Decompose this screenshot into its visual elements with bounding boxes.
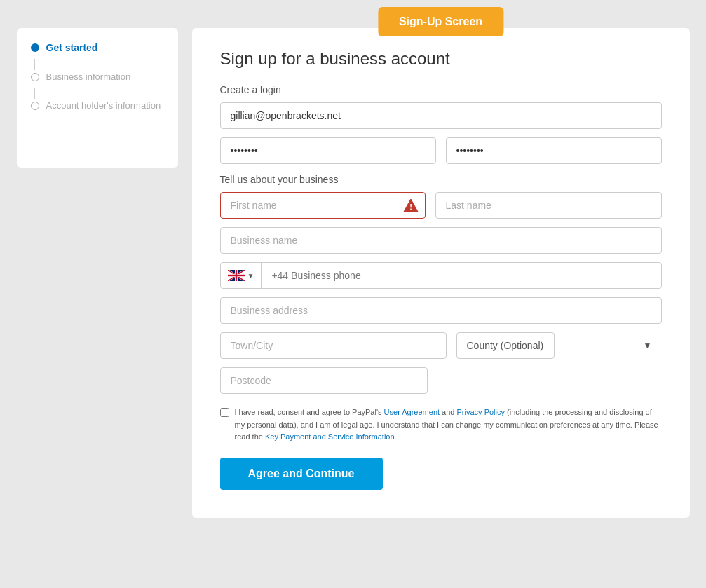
first-name-field[interactable] xyxy=(220,192,426,219)
privacy-policy-link[interactable]: Privacy Policy xyxy=(457,408,505,416)
phone-row: ▼ xyxy=(220,262,662,289)
sidebar-label-account-holders: Account holder's information xyxy=(46,100,161,111)
phone-flag-dropdown[interactable]: ▼ xyxy=(221,263,262,288)
business-phone-field[interactable] xyxy=(262,263,660,288)
sidebar-label-business-info: Business information xyxy=(46,71,131,82)
email-group xyxy=(220,102,662,129)
page-title: Sign up for a business account xyxy=(220,49,662,69)
agree-text: I have read, consent and agree to PayPal… xyxy=(235,406,662,444)
town-county-row: County (Optional) ▼ xyxy=(220,332,662,359)
password-confirm-field[interactable] xyxy=(446,137,662,164)
county-chevron-icon: ▼ xyxy=(644,341,652,350)
user-agreement-link[interactable]: User Agreement xyxy=(384,408,440,416)
signup-screen-button[interactable]: Sign-Up Screen xyxy=(378,7,503,36)
sidebar-label-get-started: Get started xyxy=(46,42,98,53)
town-city-field[interactable] xyxy=(220,332,447,359)
sidebar: Get started Business information Account… xyxy=(17,28,178,168)
main-card: Sign-Up Screen Sign up for a business ac… xyxy=(192,28,690,518)
warning-icon: ! xyxy=(403,198,419,213)
password-row xyxy=(220,137,662,164)
business-name-field[interactable] xyxy=(220,227,662,254)
business-section-label: Tell us about your business xyxy=(220,174,662,185)
agree-continue-button[interactable]: Agree and Continue xyxy=(220,458,383,490)
agree-checkbox[interactable] xyxy=(220,408,229,417)
sidebar-dot-business xyxy=(31,73,39,81)
sidebar-dot-account xyxy=(31,102,39,110)
sidebar-item-business-info[interactable]: Business information xyxy=(31,71,164,82)
svg-rect-11 xyxy=(228,275,245,276)
svg-text:!: ! xyxy=(409,203,412,211)
password-field[interactable] xyxy=(220,137,436,164)
sidebar-dot-active xyxy=(31,43,39,52)
postcode-field[interactable] xyxy=(220,367,428,394)
business-address-field[interactable] xyxy=(220,297,662,324)
sidebar-item-account-holders[interactable]: Account holder's information xyxy=(31,100,164,111)
business-name-group xyxy=(220,227,662,254)
email-field[interactable] xyxy=(220,102,662,129)
postcode-group xyxy=(220,367,662,394)
uk-flag-icon xyxy=(228,270,245,281)
name-row: ! xyxy=(220,192,662,219)
agree-section: I have read, consent and agree to PayPal… xyxy=(220,406,662,444)
business-address-group xyxy=(220,297,662,324)
sidebar-connector-2 xyxy=(34,88,36,99)
last-name-field[interactable] xyxy=(435,192,662,219)
sidebar-item-get-started[interactable]: Get started xyxy=(31,42,164,53)
county-wrapper: County (Optional) ▼ xyxy=(456,332,662,359)
phone-flag-chevron: ▼ xyxy=(247,272,254,280)
create-login-label: Create a login xyxy=(220,84,662,95)
first-name-wrapper: ! xyxy=(220,192,426,219)
county-select[interactable]: County (Optional) xyxy=(456,332,555,359)
agree-checkbox-row: I have read, consent and agree to PayPal… xyxy=(220,406,662,444)
key-payment-link[interactable]: Key Payment and Service Information xyxy=(265,432,395,441)
sidebar-connector-1 xyxy=(34,59,36,70)
